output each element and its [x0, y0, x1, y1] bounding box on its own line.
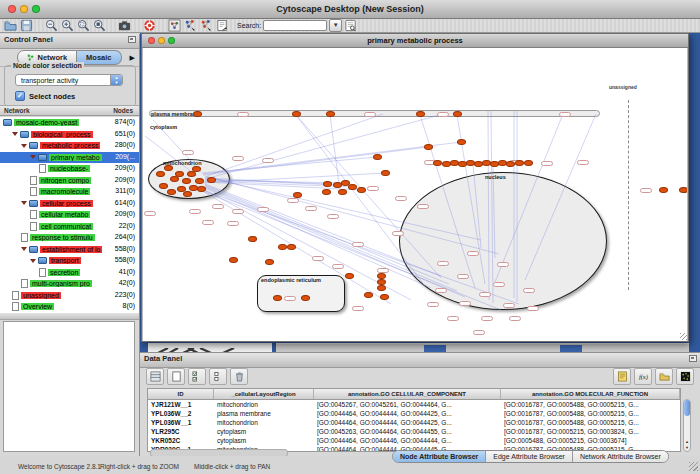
- frame-zoom-icon[interactable]: [168, 37, 175, 44]
- graph-node[interactable]: [229, 257, 238, 263]
- graph-node[interactable]: [381, 170, 390, 176]
- graph-node[interactable]: [192, 166, 201, 172]
- node-label-pill[interactable]: [212, 204, 224, 209]
- node-label-pill[interactable]: [417, 204, 429, 209]
- graph-node[interactable]: [377, 285, 386, 291]
- tree-row-label[interactable]: primary metabo: [49, 154, 102, 161]
- node-label-pill[interactable]: [287, 198, 299, 203]
- frame-titlebar[interactable]: primary metabolic process: [142, 34, 688, 48]
- tree-row-label[interactable]: establishment of lo: [40, 246, 102, 253]
- tab-edge-attribute-browser[interactable]: Edge Attribute Browser: [486, 451, 573, 462]
- node-color-dropdown[interactable]: transporter activity ▲▼: [15, 74, 123, 86]
- tree-row-label[interactable]: secretion: [48, 269, 80, 276]
- node-label-pill[interactable]: [559, 112, 571, 117]
- float-panel-icon[interactable]: [689, 355, 697, 362]
- graph-node[interactable]: [323, 181, 332, 187]
- graph-node[interactable]: [416, 111, 425, 117]
- graph-node[interactable]: [170, 176, 179, 182]
- import-network-icon[interactable]: [216, 19, 229, 32]
- node-label-pill[interactable]: [473, 330, 485, 335]
- graph-node[interactable]: [278, 244, 287, 250]
- select-nodes-checkbox[interactable]: ✓: [15, 91, 25, 101]
- tree-row-label[interactable]: nucleobase-: [48, 165, 90, 172]
- node-label-pill[interactable]: [503, 303, 515, 308]
- minimize-window-icon[interactable]: [20, 5, 28, 13]
- tree-row[interactable]: biological_process651(0): [0, 129, 139, 141]
- tree-row-label[interactable]: mosaic-demo-yeast: [14, 119, 79, 126]
- tree-row[interactable]: nitrogen compo209(0): [0, 175, 139, 187]
- zoom-selected-icon[interactable]: [77, 19, 90, 32]
- tree-row-label[interactable]: macromolecule: [39, 188, 90, 195]
- new-attribute-icon[interactable]: [167, 368, 185, 385]
- tree-row[interactable]: mosaic-demo-yeast874(0): [0, 117, 139, 129]
- graph-node[interactable]: [159, 183, 168, 189]
- attribute-grid-icon[interactable]: [146, 368, 164, 385]
- tree-row[interactable]: nucleobase-209(0): [0, 163, 139, 175]
- tree-row-label[interactable]: multi-organism pro: [30, 280, 92, 287]
- node-label-pill[interactable]: [367, 186, 379, 191]
- graph-node[interactable]: [453, 111, 462, 117]
- graph-node[interactable]: [457, 139, 466, 145]
- formula-builder-icon[interactable]: f(x): [634, 368, 652, 385]
- tree-column-network[interactable]: Network: [4, 107, 30, 114]
- node-label-pill[interactable]: [364, 112, 376, 117]
- tree-row[interactable]: unassigned223(0): [0, 290, 139, 302]
- table-row[interactable]: YJR121W__1mitochondrion[GO:0045267, GO:0…: [148, 400, 680, 409]
- configure-search-icon[interactable]: [344, 19, 357, 32]
- tree-row-label[interactable]: transport: [49, 257, 81, 264]
- tree-row-label[interactable]: biological_process: [31, 131, 93, 138]
- node-label-pill[interactable]: [377, 268, 389, 273]
- node-label-pill[interactable]: [479, 292, 491, 297]
- graph-node[interactable]: [322, 189, 331, 195]
- node-label-pill[interactable]: [437, 261, 449, 266]
- graph-node[interactable]: [326, 111, 335, 117]
- graph-node[interactable]: [164, 165, 173, 171]
- zoom-in-icon[interactable]: [61, 19, 74, 32]
- birdseye-overview-panel[interactable]: [3, 321, 135, 452]
- graph-node[interactable]: [182, 178, 191, 184]
- scrollbar-arrows[interactable]: ▲▼: [683, 439, 691, 452]
- node-label-pill[interactable]: [144, 211, 156, 216]
- tree-row[interactable]: cellular metabo209(0): [0, 209, 139, 221]
- node-label-pill[interactable]: [312, 256, 324, 261]
- expander-triangle-icon[interactable]: [21, 201, 27, 205]
- graph-node[interactable]: [345, 273, 354, 279]
- node-label-pill[interactable]: [257, 207, 269, 212]
- tab-network-attribute-browser[interactable]: Network Attribute Browser: [573, 451, 668, 462]
- graph-node[interactable]: [292, 111, 301, 117]
- graph-edge[interactable]: [495, 114, 563, 282]
- graph-node[interactable]: [265, 259, 274, 265]
- expander-triangle-icon[interactable]: [21, 144, 27, 148]
- graph-edge[interactable]: [296, 115, 441, 278]
- modify-network-icon[interactable]: [184, 19, 197, 32]
- tab-node-attribute-browser[interactable]: Node Attribute Browser: [393, 451, 486, 462]
- node-label-pill[interactable]: [427, 302, 439, 307]
- graph-node[interactable]: [175, 171, 184, 177]
- table-row[interactable]: YKR052Ccytoplasm[GO:0044464, GO:0044446,…: [148, 436, 680, 445]
- tree-row[interactable]: cell communicat22(0): [0, 221, 139, 233]
- graph-node[interactable]: [193, 111, 202, 117]
- graph-edge[interactable]: [205, 192, 501, 310]
- graph-edge[interactable]: [201, 190, 391, 304]
- node-label-pill[interactable]: [189, 209, 201, 214]
- tree-row-label[interactable]: Overview: [21, 303, 54, 310]
- node-label-pill[interactable]: [182, 150, 194, 155]
- graph-edge[interactable]: [203, 173, 385, 183]
- graph-edge[interactable]: [525, 114, 596, 280]
- table-column-header[interactable]: annotation.GO CELLULAR_COMPONENT: [314, 389, 501, 399]
- attribute-matrix-icon[interactable]: [676, 368, 694, 385]
- node-label-pill[interactable]: [640, 188, 652, 193]
- tree-row-label[interactable]: cellular metabo: [39, 211, 90, 218]
- graph-node[interactable]: [248, 236, 257, 242]
- zoom-fit-icon[interactable]: [93, 19, 106, 32]
- table-column-header[interactable]: ID: [148, 389, 214, 399]
- node-label-pill[interactable]: [447, 316, 459, 321]
- node-label-pill[interactable]: [467, 251, 479, 256]
- graph-edge[interactable]: [205, 186, 457, 291]
- graph-node[interactable]: [293, 192, 302, 198]
- node-label-pill[interactable]: [202, 220, 214, 225]
- graph-node[interactable]: [659, 187, 668, 193]
- tree-row[interactable]: secretion41(0): [0, 267, 139, 279]
- graph-node[interactable]: [197, 186, 206, 192]
- search-input[interactable]: [263, 20, 327, 31]
